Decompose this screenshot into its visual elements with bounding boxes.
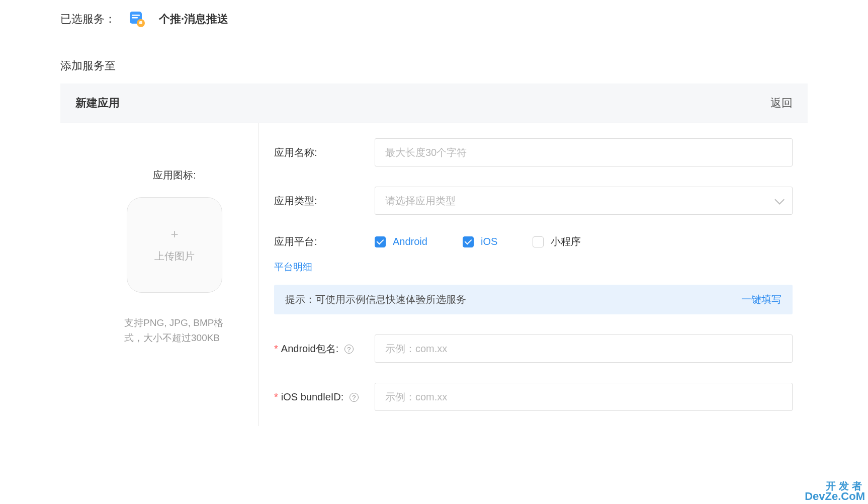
svg-rect-1 [132, 15, 140, 16]
ios-bundle-input[interactable] [375, 383, 793, 411]
android-pkg-label: *Android包名: ? [274, 342, 375, 356]
app-type-label: 应用类型: [274, 194, 375, 208]
selected-service-label: 已选服务： [60, 12, 116, 27]
platform-detail-link[interactable]: 平台明细 [274, 261, 375, 274]
app-name-label: 应用名称: [274, 146, 375, 159]
platform-android-label: Android [393, 236, 427, 247]
selected-service-row: 已选服务： 个推·消息推送 [60, 10, 808, 28]
upload-icon-button[interactable]: + 上传图片 [127, 197, 222, 293]
android-pkg-row: *Android包名: ? [274, 334, 793, 363]
ios-bundle-label: *iOS bundleID: ? [274, 391, 375, 403]
platform-row: 应用平台: Android iOS 小程序 [274, 235, 793, 274]
watermark-line2: DevZe.CoM [805, 491, 865, 502]
upload-text: 上传图片 [154, 249, 195, 263]
checkbox-icon [375, 236, 386, 247]
android-pkg-input[interactable] [375, 334, 793, 363]
platform-miniprogram-label: 小程序 [551, 235, 581, 248]
add-service-to-label: 添加服务至 [60, 58, 808, 73]
checkbox-icon [533, 236, 544, 247]
checkbox-icon [463, 236, 474, 247]
service-name: 个推·消息推送 [159, 12, 228, 27]
platform-android-checkbox[interactable]: Android [375, 236, 427, 247]
app-type-row: 应用类型: 请选择应用类型 [274, 187, 793, 215]
ios-bundle-row: *iOS bundleID: ? [274, 383, 793, 411]
getui-icon [128, 10, 146, 28]
hint-text: 提示：可使用示例信息快速体验所选服务 [285, 293, 466, 306]
watermark-line1: 开发者 [805, 481, 865, 491]
back-button[interactable]: 返回 [770, 96, 793, 111]
panel-header: 新建应用 返回 [60, 83, 808, 123]
hint-bar: 提示：可使用示例信息快速体验所选服务 一键填写 [274, 285, 793, 314]
icon-upload-section: 应用图标: + 上传图片 支持PNG, JPG, BMP格式，大小不超过300K… [60, 123, 259, 426]
app-name-input[interactable] [375, 138, 793, 166]
upload-hint: 支持PNG, JPG, BMP格式，大小不超过300KB [124, 315, 225, 346]
app-type-placeholder: 请选择应用类型 [385, 194, 456, 208]
platform-ios-checkbox[interactable]: iOS [463, 236, 497, 247]
plus-icon: + [170, 227, 178, 240]
platform-ios-label: iOS [481, 236, 497, 247]
svg-rect-4 [139, 21, 142, 24]
platform-miniprogram-checkbox[interactable]: 小程序 [533, 235, 581, 248]
platform-checkbox-group: Android iOS 小程序 [375, 235, 581, 248]
app-name-row: 应用名称: [274, 138, 793, 166]
create-app-panel: 新建应用 返回 应用图标: + 上传图片 支持PNG, JPG, BMP格式，大… [60, 83, 808, 426]
chevron-down-icon [774, 195, 785, 205]
panel-title: 新建应用 [75, 96, 120, 111]
help-icon[interactable]: ? [344, 345, 354, 354]
help-icon[interactable]: ? [350, 393, 359, 402]
platform-label: 应用平台: [274, 235, 375, 248]
quick-fill-button[interactable]: 一键填写 [741, 293, 782, 306]
form-section: 应用名称: 应用类型: 请选择应用类型 应用 [259, 123, 808, 426]
panel-body: 应用图标: + 上传图片 支持PNG, JPG, BMP格式，大小不超过300K… [60, 123, 808, 426]
app-type-select[interactable]: 请选择应用类型 [375, 187, 793, 215]
svg-rect-2 [132, 17, 138, 19]
watermark: 开发者 DevZe.CoM [805, 481, 865, 502]
app-icon-label: 应用图标: [153, 169, 196, 182]
